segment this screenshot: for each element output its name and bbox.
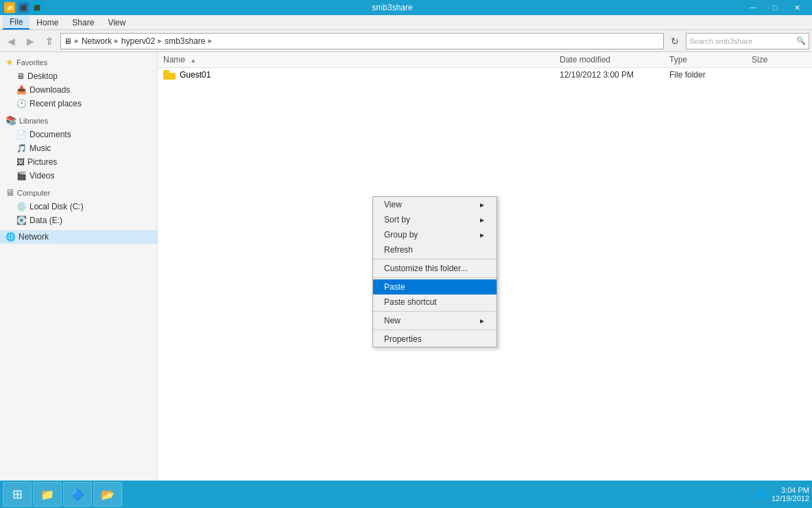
address-box[interactable]: 🖥 ► Network ► hyperv02 ► smb3share ► bbox=[60, 33, 664, 49]
title-bar: 📁 ⬛ ⬛ smb3share ─ □ ✕ bbox=[0, 0, 812, 15]
sidebar-item-pictures[interactable]: 🖼 Pictures bbox=[0, 155, 157, 169]
forward-button[interactable]: ▶ bbox=[22, 33, 38, 49]
datae-icon: 💽 bbox=[16, 216, 27, 225]
ctx-new-arrow: ► bbox=[479, 317, 486, 325]
downloads-icon: 📥 bbox=[16, 85, 27, 95]
network-label: Network bbox=[19, 232, 49, 242]
ctx-paste-label: Paste bbox=[384, 282, 405, 292]
ctx-sort-arrow: ► bbox=[479, 216, 486, 224]
sidebar-header-libraries[interactable]: 📚 Libraries bbox=[0, 113, 157, 128]
ctx-properties[interactable]: Properties bbox=[373, 332, 497, 347]
sidebar-item-network[interactable]: 🌐 Network bbox=[0, 230, 157, 244]
lib-icon: 📚 bbox=[5, 115, 16, 126]
breadcrumb-network[interactable]: Network bbox=[82, 36, 112, 46]
window-title: smb3share bbox=[43, 3, 742, 12]
ctx-refresh[interactable]: Refresh bbox=[373, 242, 497, 257]
ctx-view-label: View bbox=[384, 200, 402, 209]
recent-label: Recent places bbox=[29, 99, 82, 108]
close-button[interactable]: ✕ bbox=[786, 0, 808, 15]
sidebar-item-desktop[interactable]: 🖥 Desktop bbox=[0, 69, 157, 83]
file-type-cell: File folder bbox=[669, 70, 752, 80]
sidebar-header-computer[interactable]: 🖥 Computer bbox=[0, 185, 157, 200]
sidebar-item-downloads[interactable]: 📥 Downloads bbox=[0, 83, 157, 97]
sidebar-item-datae[interactable]: 💽 Data (E:) bbox=[0, 213, 157, 227]
ctx-customize[interactable]: Customize this folder... bbox=[373, 261, 497, 276]
favorites-label: Favorites bbox=[16, 58, 47, 67]
table-row[interactable]: Guest01 12/19/2012 3:00 PM File folder bbox=[158, 68, 812, 82]
sidebar-header-favorites[interactable]: ★ Favorites bbox=[0, 55, 157, 69]
col-name-header[interactable]: Name ▲ bbox=[163, 54, 560, 66]
documents-icon: 📄 bbox=[16, 130, 27, 139]
back-button[interactable]: ◀ bbox=[3, 33, 19, 49]
localc-label: Local Disk (C:) bbox=[29, 202, 84, 211]
maximize-button[interactable]: □ bbox=[764, 0, 786, 15]
ctx-sort[interactable]: Sort by ► bbox=[373, 212, 497, 227]
search-box[interactable]: Search smb3share 🔍 bbox=[686, 33, 809, 49]
desktop-label: Desktop bbox=[27, 71, 58, 81]
col-date-label: Date modified bbox=[560, 55, 610, 65]
start-button[interactable]: ⊞ bbox=[3, 482, 32, 507]
menu-file[interactable]: File bbox=[3, 15, 29, 30]
app-icon2: ⬛ bbox=[18, 2, 29, 13]
sidebar-item-documents[interactable]: 📄 Documents bbox=[0, 128, 157, 141]
ctx-sep-1 bbox=[373, 259, 497, 259]
ctx-group[interactable]: Group by ► bbox=[373, 227, 497, 242]
recent-icon: 🕐 bbox=[16, 99, 27, 108]
col-type-header[interactable]: Type bbox=[669, 54, 752, 66]
ctx-sep-2 bbox=[373, 277, 497, 278]
file-date-cell: 12/19/2012 3:00 PM bbox=[560, 70, 669, 80]
explorer-taskbar[interactable]: 📂 bbox=[93, 482, 122, 507]
title-bar-left: 📁 ⬛ ⬛ bbox=[4, 2, 43, 13]
notification-area: 🌐 bbox=[756, 490, 766, 499]
col-type-label: Type bbox=[669, 55, 687, 65]
documents-label: Documents bbox=[29, 130, 71, 139]
sidebar-section-favorites: ★ Favorites 🖥 Desktop 📥 Downloads 🕐 Rece… bbox=[0, 55, 157, 111]
sidebar-item-localc[interactable]: 💿 Local Disk (C:) bbox=[0, 200, 157, 213]
search-placeholder: Search smb3share bbox=[689, 37, 752, 45]
col-name-label: Name bbox=[163, 55, 185, 65]
taskbar-clock: 3:04 PM 12/19/2012 bbox=[772, 486, 809, 503]
datae-label: Data (E:) bbox=[29, 216, 62, 225]
network-icon: 🌐 bbox=[5, 232, 16, 242]
column-headers: Name ▲ Date modified Type Size bbox=[158, 52, 812, 68]
breadcrumb-hyperv02[interactable]: hyperv02 bbox=[121, 36, 155, 46]
main-layout: ★ Favorites 🖥 Desktop 📥 Downloads 🕐 Rece… bbox=[0, 52, 812, 492]
col-size-label: Size bbox=[752, 55, 767, 65]
sort-arrow: ▲ bbox=[190, 57, 196, 64]
content-area: Name ▲ Date modified Type Size Guest01 1… bbox=[158, 52, 812, 492]
breadcrumb-smb3share[interactable]: smb3share bbox=[165, 36, 205, 46]
ctx-group-label: Group by bbox=[384, 230, 418, 240]
ctx-customize-label: Customize this folder... bbox=[384, 264, 467, 273]
sidebar-item-recent[interactable]: 🕐 Recent places bbox=[0, 97, 157, 111]
ctx-refresh-label: Refresh bbox=[384, 245, 413, 255]
refresh-button[interactable]: ↻ bbox=[667, 33, 683, 49]
up-button[interactable]: ⇧ bbox=[41, 33, 58, 49]
col-date-header[interactable]: Date modified bbox=[560, 54, 669, 66]
sidebar-section-libraries: 📚 Libraries 📄 Documents 🎵 Music 🖼 Pictur… bbox=[0, 113, 157, 183]
ctx-new[interactable]: New ► bbox=[373, 313, 497, 328]
address-bar-area: ◀ ▶ ⇧ 🖥 ► Network ► hyperv02 ► smb3share… bbox=[0, 30, 812, 52]
menu-share[interactable]: Share bbox=[65, 15, 101, 30]
col-size-header[interactable]: Size bbox=[752, 54, 807, 66]
ctx-sep-3 bbox=[373, 311, 497, 312]
ctx-paste-shortcut[interactable]: Paste shortcut bbox=[373, 295, 497, 310]
minimize-button[interactable]: ─ bbox=[742, 0, 764, 15]
ctx-new-label: New bbox=[384, 316, 401, 325]
file-explorer-taskbar[interactable]: 📁 bbox=[33, 482, 62, 507]
menu-home[interactable]: Home bbox=[29, 15, 65, 30]
ctx-view[interactable]: View ► bbox=[373, 197, 497, 212]
ctx-paste[interactable]: Paste bbox=[373, 279, 497, 295]
music-label: Music bbox=[29, 143, 51, 153]
ctx-paste-shortcut-label: Paste shortcut bbox=[384, 297, 437, 307]
ctx-sep-4 bbox=[373, 330, 497, 330]
sidebar-section-computer: 🖥 Computer 💿 Local Disk (C:) 💽 Data (E:) bbox=[0, 185, 157, 227]
sidebar-item-videos[interactable]: 🎬 Videos bbox=[0, 169, 157, 183]
menu-view[interactable]: View bbox=[101, 15, 132, 30]
clock-time: 3:04 PM bbox=[772, 486, 809, 494]
sidebar-item-music[interactable]: 🎵 Music bbox=[0, 141, 157, 155]
ctx-view-arrow: ► bbox=[479, 201, 486, 209]
search-icon: 🔍 bbox=[796, 36, 806, 45]
ctx-group-arrow: ► bbox=[479, 231, 486, 239]
libraries-label: Libraries bbox=[19, 117, 48, 125]
powershell-taskbar[interactable]: 🔷 bbox=[63, 482, 92, 507]
